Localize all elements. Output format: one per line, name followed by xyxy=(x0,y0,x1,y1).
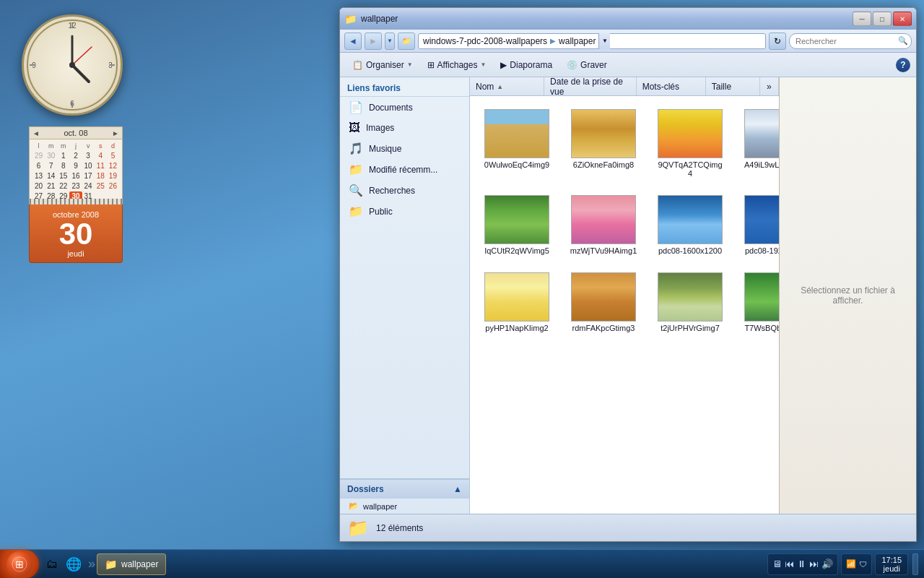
cal-day[interactable]: 10 xyxy=(82,161,95,171)
cal-day[interactable]: 17 xyxy=(82,171,95,181)
affichages-button[interactable]: ⊞ Affichages ▼ xyxy=(421,56,493,74)
start-orb: ⊞ xyxy=(6,551,32,577)
sidebar-item-public[interactable]: 📁 Public xyxy=(340,201,469,222)
cal-day[interactable]: 6 xyxy=(32,161,45,171)
cal-day[interactable]: 20 xyxy=(32,181,45,191)
file-item[interactable]: pdc08-1920x1200 xyxy=(737,189,779,261)
up-button[interactable]: 📁 xyxy=(398,33,415,50)
calendar-widget: ◄ oct. 08 ► l m m j v s d 29 30 1 2 3 4 … xyxy=(29,126,123,263)
sidebar-item-recent[interactable]: 📁 Modifié récemm... xyxy=(340,159,469,180)
taskbar-icon-ie[interactable]: 🌐 xyxy=(64,554,84,574)
file-thumbnail xyxy=(484,195,549,244)
cal-day[interactable]: 19 xyxy=(107,171,119,181)
cal-day[interactable]: 23 xyxy=(69,181,82,191)
file-thumbnail xyxy=(658,109,723,158)
file-item[interactable]: t2jUrPHVrGimg7 xyxy=(650,267,730,338)
cal-day[interactable]: 30 xyxy=(45,151,57,160)
calendar-next-btn[interactable]: ► xyxy=(112,129,119,137)
file-name: pdc08-1920x1200 xyxy=(745,246,779,255)
tray-icon-security[interactable]: 🛡 xyxy=(859,560,867,569)
cal-day[interactable]: 21 xyxy=(45,181,57,191)
tray-icon-play[interactable]: ⏸ xyxy=(797,558,806,569)
file-name: mzWjTVu9HAimg1 xyxy=(570,246,637,255)
tray-icon-next[interactable]: ⏭ xyxy=(809,558,819,569)
address-path[interactable]: windows-7-pdc-2008-wallpapers ▶ wallpape… xyxy=(418,33,766,49)
cal-day[interactable]: 5 xyxy=(107,151,119,160)
path-dropdown-btn[interactable]: ▼ xyxy=(598,33,610,49)
cal-day[interactable]: 3 xyxy=(82,151,95,160)
close-button[interactable]: ✕ xyxy=(893,12,912,26)
graver-button[interactable]: 💿 Graver xyxy=(560,56,614,74)
cal-day[interactable]: 16 xyxy=(69,171,82,181)
refresh-button[interactable]: ↻ xyxy=(769,33,786,50)
cal-day[interactable]: 22 xyxy=(57,181,69,191)
cal-day[interactable]: 13 xyxy=(32,171,45,181)
back-button[interactable]: ◄ xyxy=(344,33,362,50)
cal-day[interactable]: 11 xyxy=(95,161,107,171)
sidebar-item-images-label: Images xyxy=(366,123,394,133)
sidebar-item-musique[interactable]: 🎵 Musique xyxy=(340,138,469,159)
show-desktop-button[interactable] xyxy=(912,553,918,575)
tray-icon-network[interactable]: 📶 xyxy=(846,559,856,569)
search-box[interactable]: 🔍 xyxy=(789,33,912,49)
col-header-nom[interactable]: Nom ▲ xyxy=(470,77,544,95)
organiser-arrow: ▼ xyxy=(407,61,413,68)
file-item[interactable]: 6ZiOkneFa0img8 xyxy=(564,103,643,184)
cal-day[interactable]: 9 xyxy=(69,161,82,171)
file-item[interactable]: IqCUtR2qWVimg5 xyxy=(477,189,557,261)
col-header-taille[interactable]: Taille xyxy=(706,77,760,95)
cal-day[interactable]: 29 xyxy=(32,151,45,160)
file-item[interactable]: 9QVTqA2TCQimg4 xyxy=(650,103,730,184)
cal-day[interactable]: 1 xyxy=(57,151,69,160)
folder-label: wallpaper xyxy=(363,502,397,511)
file-item[interactable]: pdc08-1600x1200 xyxy=(650,189,730,261)
sidebar-item-documents[interactable]: 📄 Documents xyxy=(340,97,469,118)
tray-icon-volume[interactable]: 🔊 xyxy=(821,558,833,569)
tray-icon-media[interactable]: ⏮ xyxy=(785,558,794,569)
file-item[interactable]: mzWjTVu9HAimg1 xyxy=(564,189,643,261)
file-item[interactable]: pyHP1NapKIimg2 xyxy=(477,267,557,338)
calendar-nav[interactable]: ◄ oct. 08 ► xyxy=(29,126,123,139)
organiser-button[interactable]: 📋 Organiser ▼ xyxy=(346,56,419,74)
cal-day[interactable]: 18 xyxy=(95,171,107,181)
cal-day[interactable]: 4 xyxy=(95,151,107,160)
cal-day[interactable]: 2 xyxy=(69,151,82,160)
calendar-grid: l m m j v s d 29 30 1 2 3 4 5 6 7 8 9 10 xyxy=(29,139,123,204)
cal-day[interactable]: 7 xyxy=(45,161,57,171)
cal-day[interactable]: 15 xyxy=(57,171,69,181)
images-icon: 🖼 xyxy=(349,121,360,134)
maximize-button[interactable]: □ xyxy=(873,12,892,26)
folders-label: Dossiers xyxy=(347,484,384,494)
clock-time: 17:15 xyxy=(881,556,902,564)
sidebar-item-recherches[interactable]: 🔍 Recherches xyxy=(340,180,469,201)
start-button[interactable]: ⊞ xyxy=(0,550,39,579)
file-item[interactable]: A49iL9wLyFimg10 xyxy=(737,103,779,184)
help-button[interactable]: ? xyxy=(896,58,910,72)
diaporama-button[interactable]: ▶ Diaporama xyxy=(494,56,559,74)
file-item[interactable]: rdmFAKpcGtimg3 xyxy=(564,267,643,338)
documents-icon: 📄 xyxy=(349,100,363,114)
file-item[interactable]: 0WulwoEqC4img9 xyxy=(477,103,557,184)
minimize-button[interactable]: ─ xyxy=(853,12,871,26)
sidebar-folder-wallpaper[interactable]: 📂 wallpaper xyxy=(340,499,469,514)
taskbar-window-wallpaper[interactable]: 📁 wallpaper xyxy=(97,553,166,575)
col-header-mots[interactable]: Mots-clés xyxy=(637,77,706,95)
taskbar-icon-explorer[interactable]: 🗂 xyxy=(42,554,62,574)
sidebar-item-images[interactable]: 🖼 Images xyxy=(340,118,469,138)
search-input[interactable] xyxy=(796,37,895,46)
sidebar-folders-header[interactable]: Dossiers ▲ xyxy=(340,479,469,499)
taskbar-clock[interactable]: 17:15 jeudi xyxy=(875,553,908,575)
calendar-prev-btn[interactable]: ◄ xyxy=(32,129,40,137)
forward-button[interactable]: ► xyxy=(365,33,382,50)
tray-icon-monitor[interactable]: 🖥 xyxy=(772,558,782,569)
file-item[interactable]: T7WsBQbzlFimg6 xyxy=(737,267,779,338)
cal-day[interactable]: 14 xyxy=(45,171,57,181)
cal-day[interactable]: 12 xyxy=(107,161,119,171)
cal-day[interactable]: 26 xyxy=(107,181,119,191)
col-header-more[interactable]: » xyxy=(760,77,779,95)
nav-dropdown-button[interactable]: ▼ xyxy=(385,33,395,50)
cal-day[interactable]: 8 xyxy=(57,161,69,171)
col-header-date[interactable]: Date de la prise de vue xyxy=(544,77,637,95)
cal-day[interactable]: 25 xyxy=(95,181,107,191)
cal-day[interactable]: 24 xyxy=(82,181,95,191)
